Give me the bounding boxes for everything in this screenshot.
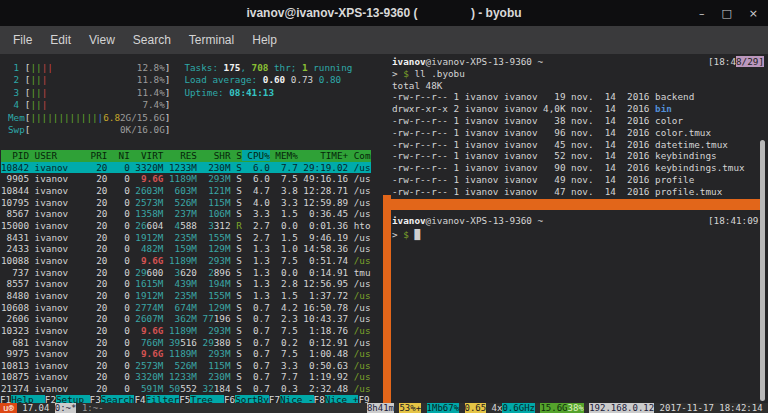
mem-percent: 1.5 — [270, 290, 298, 301]
fkey-label-f7[interactable]: Nice - — [280, 395, 314, 403]
column-header-mem%[interactable]: MEM% — [270, 150, 298, 161]
fkey-f4[interactable]: F4 — [134, 395, 145, 403]
pri: 20 — [91, 302, 108, 313]
table-row[interactable]: 10323 ivanov 20 0 9.6G 1189M 293M S 0.7 … — [1, 325, 371, 337]
fkey-label-f1[interactable]: Help — [11, 395, 45, 403]
table-row[interactable]: 10608 ivanov 20 0 2774M 674M 129M S 0.7 … — [1, 302, 371, 314]
column-header-pri[interactable]: PRI — [91, 150, 108, 161]
column-header-pid[interactable]: PID — [1, 150, 35, 161]
column-header-s[interactable]: S — [231, 150, 242, 161]
terminal-area[interactable]: 1 [|||| 12.8%] 2 [||| 11.8%] 3 [||| 11.4… — [0, 54, 768, 413]
table-row[interactable]: 10875 ivanov 20 0 3320M 1233M 230M S 0.7… — [1, 371, 371, 383]
cpu-label: 2 — [8, 74, 25, 85]
table-row[interactable]: 8480 ivanov 20 0 1912M 235M 155M S 1.3 1… — [1, 290, 371, 302]
table-row[interactable]: 10842 ivanov 20 0 3320M 1233M 230M S 6.0… — [1, 162, 371, 174]
cpu-percent: 2.7 — [242, 232, 270, 243]
table-row[interactable]: 9905 ivanov 20 0 9.6G 1189M 293M S 6.0 7… — [1, 173, 371, 185]
column-header-virt[interactable]: VIRT — [130, 150, 164, 161]
mem-value: 155M — [197, 232, 231, 243]
mem-value: 32 — [197, 383, 214, 394]
fkey-f2[interactable]: F2 — [45, 395, 56, 403]
table-row[interactable]: 8431 ivanov 20 0 1912M 235M 155M S 2.7 1… — [1, 232, 371, 244]
host: ivanov@ivanov-XPS-13-9360 ~ — [392, 214, 543, 228]
table-row[interactable]: 10844 ivanov 20 0 2603M 603M 121M S 4.7 … — [1, 185, 371, 197]
fkey-f1[interactable]: F1 — [0, 395, 11, 403]
fkey-f9[interactable]: F9 — [358, 395, 369, 403]
user: ivanov — [35, 220, 91, 231]
fkey-label-f5[interactable]: Tree — [190, 395, 224, 403]
fkey-label-f4[interactable]: Filter — [146, 395, 180, 403]
prompt-symbol: > — [392, 68, 403, 79]
table-row[interactable]: 8567 ivanov 20 0 1358M 237M 106M S 3.3 1… — [1, 208, 371, 220]
fkey-f8[interactable]: F8 — [314, 395, 325, 403]
command: hto — [348, 220, 370, 231]
fkey-f6[interactable]: F6 — [224, 395, 235, 403]
fkey-label-f2[interactable]: Setup — [56, 395, 90, 403]
fkey-f3[interactable]: F3 — [90, 395, 101, 403]
menu-item-terminal[interactable]: Terminal — [180, 30, 243, 50]
mem-value: 2603M — [130, 185, 164, 196]
mem-percent: 4.2 — [270, 302, 298, 313]
ni: 0 — [107, 255, 129, 266]
cpu-percent: 11.4% — [137, 87, 165, 98]
ni: 0 — [107, 243, 129, 254]
column-header-time+[interactable]: TIME+ — [298, 150, 348, 161]
mem-value: 4 — [163, 220, 180, 231]
titlebar[interactable]: ivanov@ivanov-XPS-13-9360 ( ) - byobu – … — [0, 0, 768, 26]
mem-value: 184 — [214, 383, 231, 394]
column-header-user[interactable]: USER — [35, 150, 91, 161]
clock: [18:48/29] — [708, 56, 764, 68]
menu-item-search[interactable]: Search — [124, 30, 180, 50]
shell-pane-bottom[interactable]: ivanov@ivanov-XPS-13-9360 ~[18:41:09]> $… — [392, 214, 764, 241]
scrollbar[interactable] — [760, 140, 765, 401]
fkey-f5[interactable]: F5 — [179, 395, 190, 403]
shell-pane-top[interactable]: ivanov@ivanov-XPS-13-9360 ~[18:48/29]> $… — [392, 56, 764, 198]
column-header-ni[interactable]: NI — [107, 150, 129, 161]
fkey-label-f8[interactable]: Nice + — [325, 395, 359, 403]
fkey-label-f3[interactable]: Search — [101, 395, 135, 403]
menu-item-help[interactable]: Help — [243, 30, 286, 50]
copy-mode-indicator: 8/29] — [736, 56, 764, 67]
pid: 737 — [1, 267, 35, 278]
table-row[interactable]: 15000 ivanov 20 0 26604 4588 3312 R 2.7 … — [1, 220, 371, 232]
menu-item-file[interactable]: File — [4, 30, 41, 50]
table-row[interactable]: 10088 ivanov 20 0 9.6G 1189M 293M S 1.3 … — [1, 255, 371, 267]
column-header-shr[interactable]: SHR — [197, 150, 231, 161]
minimize-button[interactable]: – — [699, 7, 705, 20]
table-row[interactable]: 681 ivanov 20 0 766M 39516 29380 S 0.7 0… — [1, 337, 371, 349]
state: S — [231, 243, 242, 254]
cpu-percent: 0.7 — [242, 302, 270, 313]
cpu-percent: 4.7 — [242, 185, 270, 196]
mem-value: 293M — [197, 173, 231, 184]
menu-item-view[interactable]: View — [80, 30, 124, 50]
table-row[interactable]: 737 ivanov 20 0 29600 3620 2896 S 1.3 0.… — [1, 267, 371, 279]
command: /us — [348, 383, 370, 394]
table-row[interactable]: 8557 ivanov 20 0 1615M 439M 194M S 1.3 2… — [1, 278, 371, 290]
column-header-cpu%[interactable]: CPU% — [242, 150, 270, 161]
mem-value: 293M — [197, 325, 231, 336]
tasks-summary: Tasks: 175, 708 thr; 1 runningLoad avera… — [184, 62, 352, 136]
user: ivanov — [35, 208, 91, 219]
table-row[interactable]: 9975 ivanov 20 0 9.6G 1189M 293M S 0.7 7… — [1, 348, 371, 360]
table-row[interactable]: 21374 ivanov 20 0 591M 50552 32184 S 0.7… — [1, 383, 371, 395]
mem-used: 6.8 — [103, 112, 120, 123]
fkey-label-f6[interactable]: SortBy — [235, 395, 269, 403]
file-meta: -rw-r--r-- 1 ivanov ivanov 38 nov. 14 20… — [392, 115, 655, 126]
column-header-res[interactable]: RES — [163, 150, 197, 161]
pri: 20 — [91, 383, 108, 394]
file-name: color — [655, 115, 683, 126]
menu-item-edit[interactable]: Edit — [41, 30, 80, 50]
mem-value: 620 — [180, 267, 197, 278]
status-badge[interactable]: 0:~* — [55, 403, 77, 413]
fkey-f7[interactable]: F7 — [269, 395, 280, 403]
table-row[interactable]: 2606 ivanov 20 0 2607M 362M 77196 S 0.7 … — [1, 313, 371, 325]
time: 49:16.16 — [298, 173, 348, 184]
table-row[interactable]: 2433 ivanov 20 0 482M 159M 129M S 1.3 1.… — [1, 243, 371, 255]
column-header-com[interactable]: Com — [348, 150, 370, 161]
close-button[interactable]: × — [749, 7, 758, 20]
time: 12:28.71 — [298, 185, 348, 196]
meter-bracket: ] — [165, 74, 171, 85]
table-row[interactable]: 10813 ivanov 20 0 2573M 526M 115M S 0.7 … — [1, 360, 371, 372]
maximize-button[interactable]: □ — [721, 7, 731, 20]
table-row[interactable]: 10795 ivanov 20 0 2573M 526M 115M S 4.0 … — [1, 197, 371, 209]
